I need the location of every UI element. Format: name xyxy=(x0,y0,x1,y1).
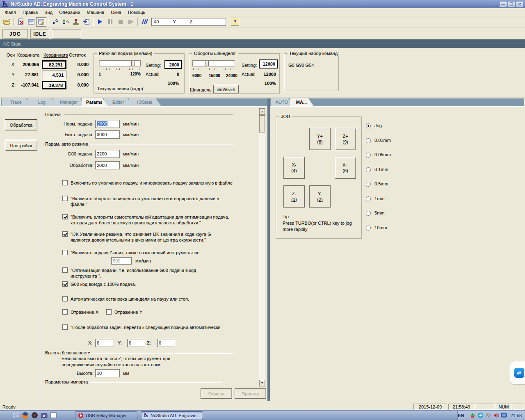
checkbox-adaptive[interactable] xyxy=(62,214,68,219)
quicklaunch-show-desktop-icon[interactable] xyxy=(50,412,57,419)
spindle-toggle-button[interactable]: квл/выкл xyxy=(213,85,239,94)
tray-messenger-icon[interactable] xyxy=(477,412,484,418)
checkbox-ijk[interactable] xyxy=(62,231,68,237)
field-processing-feed-input[interactable]: 2000 xyxy=(95,161,120,169)
feed-slider[interactable] xyxy=(99,60,141,66)
jog-x-minus-button[interactable]: X- (4) xyxy=(283,157,305,179)
quicklaunch-camera-icon[interactable] xyxy=(41,412,48,419)
field-g00-feed-input[interactable]: 2200 xyxy=(95,150,120,158)
goto-workpiece-origin-button[interactable] xyxy=(50,17,60,27)
pause-button[interactable] xyxy=(105,17,115,27)
feed-setting-box[interactable]: 2000 xyxy=(164,60,182,69)
step-button[interactable] xyxy=(126,17,136,27)
tray-speaker-icon[interactable] xyxy=(493,412,499,418)
tray-volume-icon[interactable] xyxy=(485,412,491,418)
step-radio-1[interactable]: 1mm xyxy=(366,196,385,201)
xyz-y-input[interactable]: 0 xyxy=(127,339,145,347)
scrollbar-thumb[interactable] xyxy=(259,115,265,132)
radio-icon[interactable] xyxy=(366,211,371,216)
scrollbar-down-arrow[interactable]: ▼ xyxy=(259,380,265,386)
work-coord-x[interactable]: 82.291 xyxy=(42,60,66,69)
work-coord-y[interactable]: 4.531 xyxy=(42,71,66,79)
jog-z-plus-button[interactable]: Z+ (9) xyxy=(335,128,356,150)
feed-slider-thumb[interactable] xyxy=(131,61,135,66)
jog-x-plus-button[interactable]: X+ (6) xyxy=(335,157,356,179)
menu-windows[interactable]: Окна xyxy=(107,9,125,16)
checkbox-default-feed[interactable] xyxy=(62,180,68,185)
xyz-x-input[interactable]: 0 xyxy=(95,339,114,347)
quicklaunch-firefox-icon[interactable] xyxy=(22,412,29,419)
work-coord-z[interactable]: -19.378 xyxy=(42,81,66,89)
tray-update-icon[interactable] xyxy=(470,412,476,418)
taskbar-button-ncstudio[interactable]: NcStudio AD. Engravin... xyxy=(141,411,203,419)
work-coord-header[interactable]: Координата xyxy=(43,52,68,58)
menu-file[interactable]: Файл xyxy=(2,9,19,16)
start-windows-logo-icon[interactable] xyxy=(12,412,19,419)
menu-view[interactable]: Вид xyxy=(41,9,56,16)
step-radio-05[interactable]: 0.5mm xyxy=(366,181,388,187)
simulate-button[interactable] xyxy=(139,17,150,27)
cancel-button[interactable]: Отмена xyxy=(201,388,232,399)
radio-icon[interactable] xyxy=(366,153,371,158)
checkbox-g00-100[interactable] xyxy=(62,281,68,287)
language-indicator[interactable]: EN xyxy=(458,413,464,418)
step-radio-01[interactable]: 0.1mm xyxy=(366,167,388,172)
tab-manager[interactable]: Manager xyxy=(53,98,85,106)
radio-icon[interactable] xyxy=(366,182,371,187)
tab-editor[interactable]: Editor xyxy=(104,98,133,106)
restore-button[interactable]: ❐ xyxy=(508,1,515,7)
field-fast-feed-input[interactable]: 3000 xyxy=(95,130,120,139)
spindle-slider-thumb[interactable] xyxy=(205,61,209,66)
radio-icon[interactable] xyxy=(366,123,371,128)
tab-iostate[interactable]: IOState xyxy=(129,98,161,106)
zdown-feed-input[interactable]: 500 xyxy=(111,257,132,265)
menu-operations[interactable]: Операции xyxy=(56,9,83,16)
step-radio-5[interactable]: 5mm xyxy=(366,210,385,216)
tab-manual[interactable]: MA... xyxy=(290,98,314,106)
taskbar-clock[interactable]: 21:58 xyxy=(510,413,522,418)
tool-down-button[interactable] xyxy=(71,17,81,27)
jog-y-plus-button[interactable]: Y+ (8) xyxy=(309,128,331,150)
step-radio-005[interactable]: 0.05mm xyxy=(366,152,391,158)
xyz-z-input[interactable]: 0 xyxy=(157,339,175,347)
tray-display-icon[interactable] xyxy=(501,412,507,418)
minimize-button[interactable]: — xyxy=(500,1,507,7)
trace-window-button[interactable] xyxy=(26,17,36,27)
spindle-slider[interactable] xyxy=(192,60,235,66)
stop-button[interactable] xyxy=(115,17,126,27)
radio-icon[interactable] xyxy=(366,196,371,201)
tab-params[interactable]: Params xyxy=(82,98,108,106)
step-radio-001[interactable]: 0.01mm xyxy=(366,138,391,143)
radio-icon[interactable] xyxy=(366,167,371,172)
height-input[interactable]: 10 xyxy=(95,369,120,377)
edit-window-button[interactable] xyxy=(36,17,46,27)
params-scrollbar[interactable]: ▲ ▼ xyxy=(259,108,265,387)
step-radio-jog[interactable]: Jog xyxy=(366,123,382,128)
radio-icon[interactable] xyxy=(366,226,371,231)
set-origin-button[interactable] xyxy=(60,17,71,27)
field-norm-feed-input[interactable]: 2000 xyxy=(95,120,120,128)
coordinate-input[interactable]: X0 Y Z xyxy=(151,18,226,26)
quicklaunch-app-icon[interactable] xyxy=(31,412,38,419)
teamviewer-flap[interactable]: ⇄ xyxy=(510,361,525,385)
load-to-machine-button[interactable] xyxy=(81,17,91,27)
taskbar-button-usb-relay[interactable]: USB Relay Manager xyxy=(75,411,137,419)
menu-help[interactable]: Помощь xyxy=(125,9,149,16)
side-button-settings[interactable]: Настройки xyxy=(5,140,37,151)
checkbox-zdown[interactable] xyxy=(62,250,68,255)
checkbox-autostop[interactable] xyxy=(62,296,68,301)
tab-trace[interactable]: Trace xyxy=(2,98,31,106)
scrollbar-up-arrow[interactable]: ▲ xyxy=(259,108,265,115)
start-button[interactable] xyxy=(95,17,105,27)
checkbox-optimize[interactable] xyxy=(62,267,68,273)
step-radio-10[interactable]: 10mm xyxy=(366,225,387,231)
close-button[interactable]: ✕ xyxy=(516,1,523,7)
jog-y-minus-button[interactable]: Y- (2) xyxy=(309,185,331,208)
radio-icon[interactable] xyxy=(366,138,371,143)
spindle-setting-box[interactable]: 12000 xyxy=(259,59,278,68)
unload-file-button[interactable] xyxy=(16,17,26,27)
apply-button[interactable]: Принять xyxy=(235,388,266,399)
help-button[interactable]: ? xyxy=(231,18,239,26)
checkbox-default-spindle[interactable] xyxy=(62,196,68,201)
open-file-button[interactable] xyxy=(2,17,12,27)
